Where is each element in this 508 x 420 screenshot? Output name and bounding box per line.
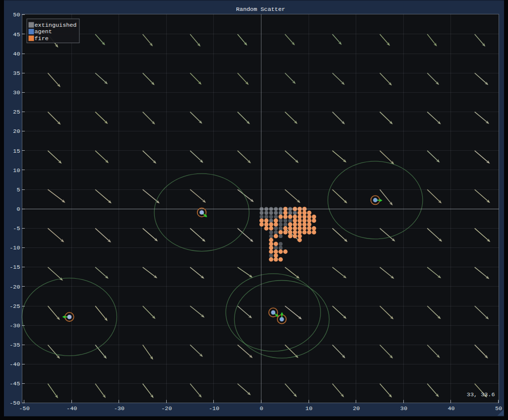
svg-text:-40: -40 bbox=[66, 405, 77, 412]
svg-text:-45: -45 bbox=[9, 380, 20, 387]
svg-text:-35: -35 bbox=[9, 342, 20, 349]
svg-text:-25: -25 bbox=[9, 303, 20, 310]
svg-text:fire: fire bbox=[35, 35, 49, 42]
svg-text:40: 40 bbox=[13, 51, 20, 58]
svg-text:15: 15 bbox=[13, 148, 20, 155]
svg-text:0: 0 bbox=[260, 405, 263, 412]
svg-text:33, 33.6: 33, 33.6 bbox=[467, 391, 495, 398]
svg-text:-40: -40 bbox=[9, 361, 20, 368]
svg-text:Random Scatter: Random Scatter bbox=[236, 6, 285, 13]
svg-text:45: 45 bbox=[13, 31, 20, 38]
svg-text:10: 10 bbox=[13, 167, 20, 174]
svg-text:10: 10 bbox=[306, 405, 313, 412]
svg-text:-50: -50 bbox=[19, 405, 29, 412]
svg-text:-50: -50 bbox=[9, 400, 20, 407]
svg-text:50: 50 bbox=[13, 11, 20, 18]
svg-text:-30: -30 bbox=[9, 322, 20, 329]
svg-text:extinguished: extinguished bbox=[35, 22, 77, 29]
svg-text:-20: -20 bbox=[9, 284, 20, 291]
svg-text:5: 5 bbox=[16, 186, 20, 193]
svg-text:40: 40 bbox=[447, 405, 454, 412]
svg-text:25: 25 bbox=[13, 109, 20, 116]
svg-text:30: 30 bbox=[400, 405, 407, 412]
svg-text:-5: -5 bbox=[13, 225, 20, 232]
svg-text:50: 50 bbox=[495, 405, 502, 412]
svg-text:-30: -30 bbox=[114, 405, 125, 412]
svg-text:35: 35 bbox=[13, 70, 20, 77]
svg-text:agent: agent bbox=[35, 28, 52, 35]
svg-text:-10: -10 bbox=[9, 244, 20, 251]
svg-text:0: 0 bbox=[16, 206, 20, 213]
svg-text:-10: -10 bbox=[209, 405, 219, 412]
svg-text:-15: -15 bbox=[9, 264, 20, 271]
svg-text:-20: -20 bbox=[161, 405, 172, 412]
svg-text:20: 20 bbox=[13, 128, 20, 135]
svg-text:20: 20 bbox=[353, 405, 360, 412]
svg-text:30: 30 bbox=[13, 89, 20, 96]
